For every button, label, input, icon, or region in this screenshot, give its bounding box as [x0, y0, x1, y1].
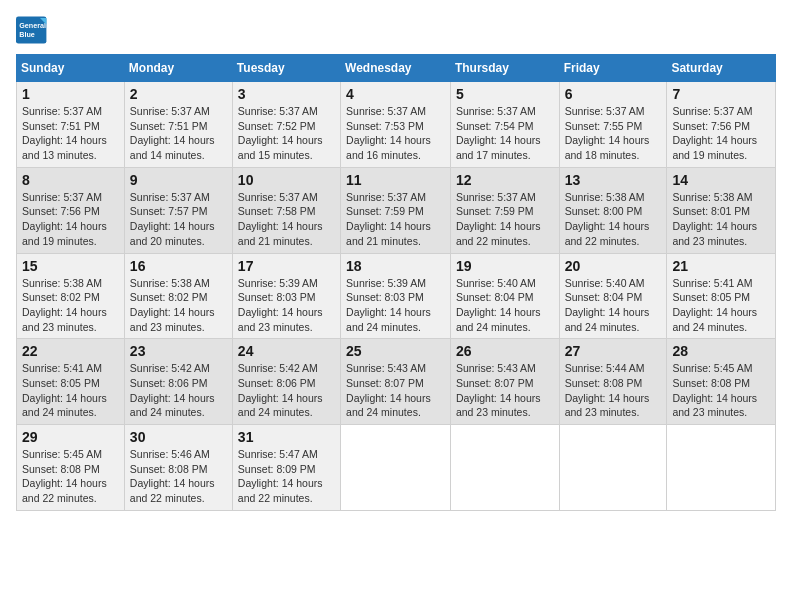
day-number: 28	[672, 343, 770, 359]
day-number: 23	[130, 343, 227, 359]
day-number: 2	[130, 86, 227, 102]
calendar-cell: 13Sunrise: 5:38 AMSunset: 8:00 PMDayligh…	[559, 167, 667, 253]
day-detail: Sunrise: 5:43 AMSunset: 8:07 PMDaylight:…	[456, 361, 554, 420]
day-detail: Sunrise: 5:37 AMSunset: 7:51 PMDaylight:…	[22, 104, 119, 163]
day-detail: Sunrise: 5:37 AMSunset: 7:53 PMDaylight:…	[346, 104, 445, 163]
svg-text:General: General	[19, 21, 46, 30]
header-monday: Monday	[124, 55, 232, 82]
header-tuesday: Tuesday	[232, 55, 340, 82]
day-number: 20	[565, 258, 662, 274]
svg-text:Blue: Blue	[19, 30, 35, 39]
calendar-cell: 21Sunrise: 5:41 AMSunset: 8:05 PMDayligh…	[667, 253, 776, 339]
calendar-cell: 2Sunrise: 5:37 AMSunset: 7:51 PMDaylight…	[124, 82, 232, 168]
day-number: 26	[456, 343, 554, 359]
day-detail: Sunrise: 5:39 AMSunset: 8:03 PMDaylight:…	[346, 276, 445, 335]
calendar-cell: 12Sunrise: 5:37 AMSunset: 7:59 PMDayligh…	[450, 167, 559, 253]
day-detail: Sunrise: 5:37 AMSunset: 7:56 PMDaylight:…	[22, 190, 119, 249]
day-number: 11	[346, 172, 445, 188]
calendar-cell: 16Sunrise: 5:38 AMSunset: 8:02 PMDayligh…	[124, 253, 232, 339]
day-detail: Sunrise: 5:37 AMSunset: 7:51 PMDaylight:…	[130, 104, 227, 163]
calendar-week-row: 15Sunrise: 5:38 AMSunset: 8:02 PMDayligh…	[17, 253, 776, 339]
day-detail: Sunrise: 5:37 AMSunset: 7:59 PMDaylight:…	[456, 190, 554, 249]
calendar-table: SundayMondayTuesdayWednesdayThursdayFrid…	[16, 54, 776, 511]
day-number: 16	[130, 258, 227, 274]
calendar-cell	[667, 425, 776, 511]
day-number: 25	[346, 343, 445, 359]
calendar-cell: 26Sunrise: 5:43 AMSunset: 8:07 PMDayligh…	[450, 339, 559, 425]
day-detail: Sunrise: 5:46 AMSunset: 8:08 PMDaylight:…	[130, 447, 227, 506]
day-number: 3	[238, 86, 335, 102]
calendar-week-row: 22Sunrise: 5:41 AMSunset: 8:05 PMDayligh…	[17, 339, 776, 425]
day-detail: Sunrise: 5:37 AMSunset: 7:55 PMDaylight:…	[565, 104, 662, 163]
day-number: 21	[672, 258, 770, 274]
day-number: 30	[130, 429, 227, 445]
day-detail: Sunrise: 5:47 AMSunset: 8:09 PMDaylight:…	[238, 447, 335, 506]
header-sunday: Sunday	[17, 55, 125, 82]
day-detail: Sunrise: 5:37 AMSunset: 7:52 PMDaylight:…	[238, 104, 335, 163]
day-number: 18	[346, 258, 445, 274]
header-friday: Friday	[559, 55, 667, 82]
day-number: 5	[456, 86, 554, 102]
general-blue-logo-icon: General Blue	[16, 16, 48, 44]
day-detail: Sunrise: 5:37 AMSunset: 7:59 PMDaylight:…	[346, 190, 445, 249]
calendar-week-row: 8Sunrise: 5:37 AMSunset: 7:56 PMDaylight…	[17, 167, 776, 253]
day-number: 7	[672, 86, 770, 102]
calendar-cell: 14Sunrise: 5:38 AMSunset: 8:01 PMDayligh…	[667, 167, 776, 253]
calendar-cell: 24Sunrise: 5:42 AMSunset: 8:06 PMDayligh…	[232, 339, 340, 425]
calendar-cell	[341, 425, 451, 511]
day-number: 1	[22, 86, 119, 102]
day-detail: Sunrise: 5:42 AMSunset: 8:06 PMDaylight:…	[130, 361, 227, 420]
calendar-cell: 23Sunrise: 5:42 AMSunset: 8:06 PMDayligh…	[124, 339, 232, 425]
day-detail: Sunrise: 5:37 AMSunset: 7:57 PMDaylight:…	[130, 190, 227, 249]
calendar-cell: 22Sunrise: 5:41 AMSunset: 8:05 PMDayligh…	[17, 339, 125, 425]
calendar-cell: 18Sunrise: 5:39 AMSunset: 8:03 PMDayligh…	[341, 253, 451, 339]
calendar-cell: 4Sunrise: 5:37 AMSunset: 7:53 PMDaylight…	[341, 82, 451, 168]
calendar-cell: 11Sunrise: 5:37 AMSunset: 7:59 PMDayligh…	[341, 167, 451, 253]
day-detail: Sunrise: 5:43 AMSunset: 8:07 PMDaylight:…	[346, 361, 445, 420]
calendar-header-row: SundayMondayTuesdayWednesdayThursdayFrid…	[17, 55, 776, 82]
header-thursday: Thursday	[450, 55, 559, 82]
day-number: 8	[22, 172, 119, 188]
day-number: 29	[22, 429, 119, 445]
calendar-cell: 9Sunrise: 5:37 AMSunset: 7:57 PMDaylight…	[124, 167, 232, 253]
calendar-cell: 30Sunrise: 5:46 AMSunset: 8:08 PMDayligh…	[124, 425, 232, 511]
logo: General Blue	[16, 16, 52, 44]
day-detail: Sunrise: 5:45 AMSunset: 8:08 PMDaylight:…	[22, 447, 119, 506]
day-number: 17	[238, 258, 335, 274]
day-number: 15	[22, 258, 119, 274]
day-number: 10	[238, 172, 335, 188]
day-number: 31	[238, 429, 335, 445]
calendar-cell: 6Sunrise: 5:37 AMSunset: 7:55 PMDaylight…	[559, 82, 667, 168]
calendar-cell: 15Sunrise: 5:38 AMSunset: 8:02 PMDayligh…	[17, 253, 125, 339]
page-header: General Blue	[16, 16, 776, 44]
day-detail: Sunrise: 5:40 AMSunset: 8:04 PMDaylight:…	[565, 276, 662, 335]
calendar-cell	[450, 425, 559, 511]
day-detail: Sunrise: 5:37 AMSunset: 7:58 PMDaylight:…	[238, 190, 335, 249]
day-number: 14	[672, 172, 770, 188]
calendar-cell: 3Sunrise: 5:37 AMSunset: 7:52 PMDaylight…	[232, 82, 340, 168]
day-detail: Sunrise: 5:38 AMSunset: 8:02 PMDaylight:…	[22, 276, 119, 335]
day-number: 27	[565, 343, 662, 359]
calendar-cell: 19Sunrise: 5:40 AMSunset: 8:04 PMDayligh…	[450, 253, 559, 339]
day-number: 12	[456, 172, 554, 188]
day-detail: Sunrise: 5:40 AMSunset: 8:04 PMDaylight:…	[456, 276, 554, 335]
day-detail: Sunrise: 5:38 AMSunset: 8:02 PMDaylight:…	[130, 276, 227, 335]
calendar-cell: 7Sunrise: 5:37 AMSunset: 7:56 PMDaylight…	[667, 82, 776, 168]
day-detail: Sunrise: 5:41 AMSunset: 8:05 PMDaylight:…	[22, 361, 119, 420]
day-number: 24	[238, 343, 335, 359]
day-detail: Sunrise: 5:45 AMSunset: 8:08 PMDaylight:…	[672, 361, 770, 420]
calendar-cell: 28Sunrise: 5:45 AMSunset: 8:08 PMDayligh…	[667, 339, 776, 425]
day-detail: Sunrise: 5:44 AMSunset: 8:08 PMDaylight:…	[565, 361, 662, 420]
day-detail: Sunrise: 5:38 AMSunset: 8:00 PMDaylight:…	[565, 190, 662, 249]
calendar-cell: 10Sunrise: 5:37 AMSunset: 7:58 PMDayligh…	[232, 167, 340, 253]
day-number: 19	[456, 258, 554, 274]
day-detail: Sunrise: 5:39 AMSunset: 8:03 PMDaylight:…	[238, 276, 335, 335]
calendar-cell: 27Sunrise: 5:44 AMSunset: 8:08 PMDayligh…	[559, 339, 667, 425]
header-saturday: Saturday	[667, 55, 776, 82]
calendar-week-row: 1Sunrise: 5:37 AMSunset: 7:51 PMDaylight…	[17, 82, 776, 168]
calendar-cell: 1Sunrise: 5:37 AMSunset: 7:51 PMDaylight…	[17, 82, 125, 168]
day-detail: Sunrise: 5:41 AMSunset: 8:05 PMDaylight:…	[672, 276, 770, 335]
calendar-cell: 25Sunrise: 5:43 AMSunset: 8:07 PMDayligh…	[341, 339, 451, 425]
day-number: 4	[346, 86, 445, 102]
calendar-cell: 29Sunrise: 5:45 AMSunset: 8:08 PMDayligh…	[17, 425, 125, 511]
